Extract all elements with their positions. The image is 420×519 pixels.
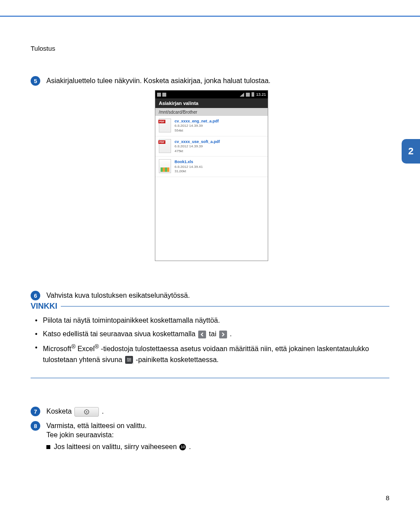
file-row[interactable]: cv_xxxx_eng_net_a.pdf6.8.2012 14.39.3955… [155, 116, 268, 136]
step-6-text: Vahvista kuva tulostuksen esikatselunäyt… [46, 291, 190, 300]
status-time: 13.21 [256, 92, 266, 97]
status-icon [157, 93, 161, 97]
step-5: 5 Asiakirjaluettelo tulee näkyviin. Kosk… [31, 76, 270, 86]
file-name: Book1.xls [175, 159, 203, 164]
step-8-line1: Varmista, että laitteesi on valittu. [46, 421, 191, 431]
step-8-sub1: Jos laitteesi on valittu, siirry vaihees… [46, 442, 191, 452]
file-meta: cv_xxxx_use_soft_a.pdf6.8.2012 14.39.394… [175, 139, 220, 154]
file-size: 475kt [175, 149, 220, 154]
hint-2-part-b: . [230, 330, 231, 338]
svg-rect-1 [127, 359, 131, 360]
step-7-a: Kosketa [46, 408, 74, 415]
signal-icon [240, 93, 244, 97]
hint-2-part-a: Katso edellistä tai seuraavaa sivua kosk… [43, 330, 197, 338]
file-size: 554kt [175, 129, 219, 133]
file-date: 6.8.2012 14.39.41 [175, 165, 203, 170]
step-badge-5: 5 [31, 76, 40, 86]
page-number: 8 [386, 494, 389, 502]
section-title: Tulostus [31, 45, 55, 52]
hint-item-3: Microsoft® Excel® -tiedostoja tulostetta… [43, 342, 382, 366]
step-badge-8: 8 [31, 421, 40, 431]
status-bar: 13.21 [155, 91, 268, 98]
top-rule [0, 16, 420, 17]
file-row[interactable]: cv_xxxx_use_soft_a.pdf6.8.2012 14.39.394… [155, 136, 268, 157]
svg-point-7 [86, 411, 88, 413]
file-meta: Book1.xls6.8.2012 14.39.4131,00kt [175, 159, 203, 174]
step-ref-10: 10 [179, 444, 186, 450]
step-8-sub1-a: Jos laitteesi on valittu, siirry vaihees… [54, 443, 178, 450]
chevron-right-icon[interactable] [219, 331, 227, 338]
step-7-b: . [102, 408, 104, 415]
hint-box: VINKKI Piilota tai näytä toimintopainikk… [31, 302, 389, 378]
xls-file-icon [159, 159, 171, 173]
file-name: cv_xxxx_eng_net_a.pdf [175, 118, 219, 124]
step-badge-6: 6 [31, 291, 40, 300]
svg-point-5 [128, 361, 129, 362]
reg-mark-2: ® [94, 343, 99, 350]
chevron-left-icon[interactable] [198, 331, 206, 338]
step-8-text: Varmista, että laitteesi on valittu. Tee… [46, 421, 191, 451]
step-8-sub1-b: . [189, 443, 191, 450]
step-5-text: Asiakirjaluettelo tulee näkyviin. Kosket… [46, 76, 270, 86]
status-icon [162, 93, 166, 97]
file-row[interactable]: Book1.xls6.8.2012 14.39.4131,00kt [155, 157, 268, 177]
hint-3-b: Excel [77, 345, 94, 352]
chapter-tab: 2 [402, 139, 420, 164]
hint-label: VINKKI [31, 302, 57, 311]
step-8: 8 Varmista, että laitteesi on valittu. T… [31, 421, 191, 451]
pdf-file-icon [159, 139, 171, 153]
reg-mark-1: ® [71, 343, 76, 350]
hint-2-part-mid: tai [209, 330, 218, 338]
step-7-text: Kosketa . [46, 407, 104, 417]
file-date: 6.8.2012 14.39.39 [175, 124, 219, 129]
step-8-line2: Tee jokin seuraavista: [46, 431, 191, 440]
step-7: 7 Kosketa . [31, 407, 104, 417]
hint-item-1: Piilota tai näytä toimintopainikkeet kos… [43, 315, 382, 326]
settings-panel-icon[interactable] [125, 356, 133, 364]
step-6: 6 Vahvista kuva tulostuksen esikatselunä… [31, 291, 190, 300]
pdf-file-icon [159, 118, 171, 132]
file-date: 6.8.2012 14.39.39 [175, 144, 220, 149]
screenshot-title: Asiakirjan valinta [155, 98, 268, 108]
hint-bottom-rule [31, 378, 389, 378]
android-screenshot: 13.21 Asiakirjan valinta /mnt/sdcard/Bro… [155, 90, 268, 261]
hint-top-rule [61, 306, 389, 307]
screenshot-path: /mnt/sdcard/Brother [155, 108, 268, 116]
print-settings-button[interactable] [74, 407, 99, 417]
svg-point-3 [127, 358, 128, 359]
hint-3-d: -painiketta kosketettaessa. [136, 356, 218, 363]
hint-3-a: Microsoft [43, 345, 71, 352]
signal-bars-icon [246, 93, 250, 97]
file-size: 31,00kt [175, 169, 203, 174]
step-badge-7: 7 [31, 407, 40, 416]
file-meta: cv_xxxx_eng_net_a.pdf6.8.2012 14.39.3955… [175, 118, 219, 133]
svg-point-4 [130, 359, 130, 360]
hint-item-2: Katso edellistä tai seuraavaa sivua kosk… [43, 329, 382, 340]
file-name: cv_xxxx_use_soft_a.pdf [175, 139, 220, 144]
battery-icon [252, 92, 254, 97]
square-bullet-icon [46, 445, 50, 449]
